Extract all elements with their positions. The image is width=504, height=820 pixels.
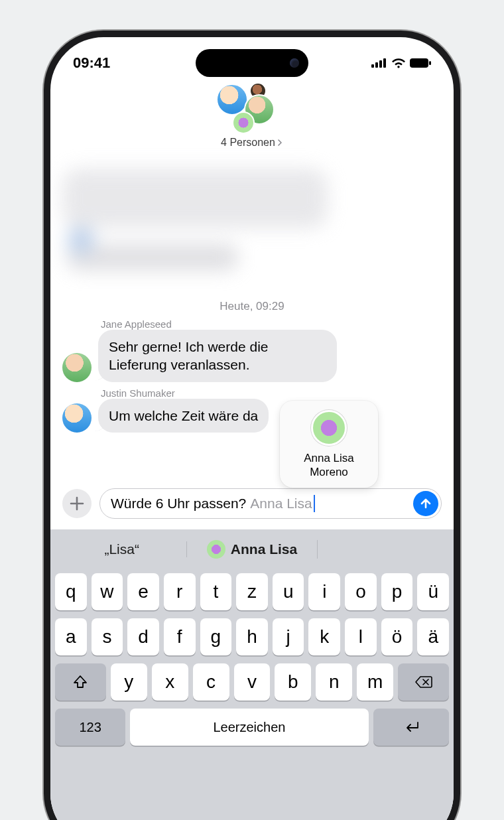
avatar — [62, 353, 92, 382]
key-b[interactable]: b — [275, 663, 311, 701]
text-caret — [314, 495, 315, 512]
keyboard-row: 123 Leerzeichen — [50, 705, 454, 750]
shift-icon — [72, 674, 88, 690]
key-i[interactable]: i — [308, 573, 340, 610]
prediction-candidate[interactable]: Anna Lisa — [187, 540, 317, 559]
key-j[interactable]: j — [273, 618, 304, 655]
svg-rect-5 — [429, 61, 431, 65]
compose-bar: Würde 6 Uhr passen? Anna Lisa — [62, 488, 442, 519]
shift-key[interactable] — [55, 663, 106, 701]
cellular-icon — [371, 58, 387, 68]
key-u[interactable]: u — [273, 573, 304, 610]
compose-typed-text: Würde 6 Uhr passen? — [111, 496, 246, 512]
key-x[interactable]: x — [152, 663, 188, 701]
keyboard-row: q w e r t z u i o p ü — [50, 569, 454, 614]
avatar — [62, 403, 92, 433]
key-m[interactable]: m — [357, 663, 393, 701]
key-c[interactable]: c — [193, 663, 229, 701]
wifi-icon — [391, 58, 406, 68]
battery-icon — [410, 58, 431, 68]
avatar — [232, 111, 255, 134]
mention-suggestion-popover[interactable]: Anna Lisa Moreno — [280, 401, 378, 488]
key-s[interactable]: s — [92, 618, 123, 655]
keyboard: „Lisa“ Anna Lisa q w e r t z u i o p ü a — [50, 529, 454, 820]
key-y[interactable]: y — [111, 663, 147, 701]
avatar — [311, 410, 347, 446]
key-t[interactable]: t — [200, 573, 232, 610]
phone-frame: 09:41 4 Personen Heute, 09:29 Jane Apple… — [44, 31, 460, 820]
group-avatar-cluster — [212, 82, 292, 134]
key-e[interactable]: e — [127, 573, 159, 610]
space-key[interactable]: Leerzeichen — [130, 709, 368, 746]
avatar — [216, 84, 248, 115]
chevron-right-icon — [277, 139, 283, 146]
key-ae[interactable]: ä — [417, 618, 449, 655]
prediction-bar: „Lisa“ Anna Lisa — [50, 529, 454, 569]
key-v[interactable]: v — [234, 663, 271, 701]
svg-rect-0 — [371, 64, 374, 68]
message-bubble[interactable]: Um welche Zeit wäre da — [98, 399, 269, 433]
backspace-key[interactable] — [398, 663, 449, 701]
message-row[interactable]: Sehr gerne! Ich werde die Lieferung vera… — [62, 330, 442, 382]
backspace-icon — [414, 675, 433, 689]
svg-rect-4 — [410, 58, 428, 68]
svg-rect-2 — [379, 60, 382, 68]
compose-mention-text: Anna Lisa — [250, 496, 312, 512]
key-l[interactable]: l — [345, 618, 377, 655]
conversation-header[interactable]: 4 Personen — [50, 80, 454, 149]
svg-rect-3 — [383, 58, 386, 68]
attach-plus-button[interactable] — [62, 489, 92, 518]
send-button[interactable] — [413, 491, 438, 516]
svg-rect-1 — [375, 62, 378, 68]
key-r[interactable]: r — [164, 573, 196, 610]
message-sender-label: Justin Shumaker — [101, 387, 442, 399]
plus-icon — [70, 496, 84, 511]
message-input[interactable]: Würde 6 Uhr passen? Anna Lisa — [99, 488, 442, 519]
key-ue[interactable]: ü — [417, 573, 449, 610]
key-f[interactable]: f — [164, 618, 196, 655]
thread-timestamp: Heute, 09:29 — [62, 300, 442, 313]
dynamic-island — [196, 49, 308, 77]
avatar — [207, 540, 225, 559]
key-k[interactable]: k — [308, 618, 340, 655]
message-thread[interactable]: Heute, 09:29 Jane Appleseed Sehr gerne! … — [50, 149, 454, 520]
key-oe[interactable]: ö — [381, 618, 413, 655]
key-z[interactable]: z — [236, 573, 268, 610]
numbers-key[interactable]: 123 — [55, 709, 125, 746]
message-row[interactable]: Um welche Zeit wäre da — [62, 399, 442, 433]
mention-name: Anna Lisa — [304, 452, 354, 464]
key-h[interactable]: h — [236, 618, 268, 655]
keyboard-row: y x c v b n m — [50, 659, 454, 705]
prediction-candidate[interactable]: „Lisa“ — [57, 541, 187, 557]
arrow-up-icon — [419, 497, 432, 510]
message-bubble[interactable]: Sehr gerne! Ich werde die Lieferung vera… — [98, 330, 337, 382]
return-icon — [403, 720, 420, 734]
key-w[interactable]: w — [92, 573, 123, 610]
key-n[interactable]: n — [316, 663, 352, 701]
message-sender-label: Jane Appleseed — [101, 318, 442, 330]
key-d[interactable]: d — [127, 618, 159, 655]
key-a[interactable]: a — [55, 618, 87, 655]
blurred-earlier-messages — [62, 149, 442, 295]
status-time: 09:41 — [73, 54, 110, 72]
keyboard-row: a s d f g h j k l ö ä — [50, 614, 454, 659]
status-icons — [371, 58, 431, 68]
mention-name: Moreno — [310, 466, 348, 478]
group-count-label: 4 Personen — [221, 137, 275, 149]
key-p[interactable]: p — [381, 573, 413, 610]
key-g[interactable]: g — [200, 618, 232, 655]
key-q[interactable]: q — [55, 573, 87, 610]
return-key[interactable] — [373, 709, 449, 746]
key-o[interactable]: o — [345, 573, 377, 610]
